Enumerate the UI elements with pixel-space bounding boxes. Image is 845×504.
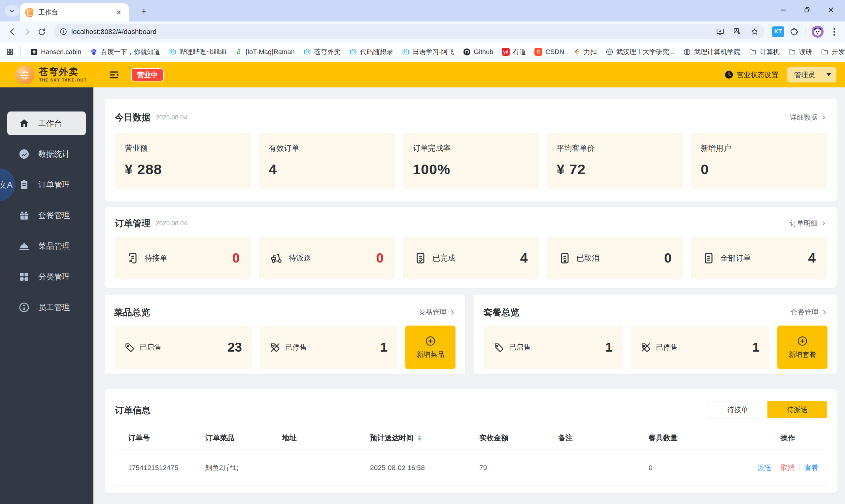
bookmark-item[interactable]: 哔哩哔哩~bilibili [166,46,229,58]
cancel-action-link[interactable]: 取消 [781,463,795,472]
apps-grid-icon[interactable] [6,48,14,56]
extension-kt-badge[interactable]: KT [772,26,784,37]
view-action-link[interactable]: 查看 [805,463,818,472]
stat-value: ¥ 288 [125,161,241,178]
col-order-no: 订单号 [114,433,191,443]
url-text[interactable]: localhost:8082/#/dashboard [71,28,710,36]
add-setmeal-button[interactable]: 新增套餐 [777,326,828,369]
bookmark-item[interactable]: 武汉理工大学研究... [603,46,677,58]
bookmarks-divider [20,47,21,57]
deliver-action-link[interactable]: 派送 [758,463,771,472]
bookmark-item[interactable]: δ [IoT-Mag]Raman [232,46,297,58]
close-window-button[interactable] [824,3,838,17]
forward-button[interactable] [20,24,34,39]
sort-carets-icon[interactable] [418,435,422,441]
profile-avatar[interactable] [811,25,824,38]
order-card-value: 0 [376,250,384,266]
tab-search-button[interactable] [5,5,19,17]
brand-name: 苍穹外卖 [39,67,87,77]
bookmark-item[interactable]: C CSDN [532,46,567,58]
dish-on-sale-card: 已启售 23 [114,326,252,369]
browser-tab[interactable]: 工作台 ✕ [20,3,129,21]
restore-button[interactable] [800,3,814,17]
doc-check-icon [414,251,427,265]
github-icon [463,48,471,56]
bookmark-label: 武汉理工大学研究... [616,48,675,56]
bookmark-star-icon[interactable] [748,25,761,38]
browser-window: 工作台 ✕ + localhost:8082/#/da [0,0,845,504]
sidebar-item-label: 工作台 [38,118,62,129]
bookmark-item[interactable]: 百度一下，你就知道 [87,46,163,58]
stat-card-new-users: 新增用户 0 [691,132,827,189]
sidebar-item-dishes[interactable]: 菜品管理 [7,234,86,258]
bookmark-item[interactable]: 苍穹外卖 [301,46,343,58]
reload-button[interactable] [34,24,49,39]
site-info-icon[interactable] [59,28,67,36]
reload-icon [37,28,46,36]
dish-manage-link[interactable]: 菜品管理 [419,308,456,317]
add-dish-button[interactable]: 新增菜品 [405,326,456,369]
sidebar-item-categories[interactable]: 分类管理 [7,265,86,289]
bookmark-item[interactable]: Github [460,46,496,58]
sidebar-fold-button[interactable] [107,68,121,82]
sidebar-item-statistics[interactable]: 数据统计 [7,142,86,166]
dish-overview-panel: 菜品总览 菜品管理 已启售 23 已停售 1 [105,294,465,374]
translate-icon[interactable] [731,25,744,38]
order-card-completed[interactable]: 已完成 4 [403,236,539,280]
col-remark: 备注 [544,433,635,443]
panel-title: 订单信息 [115,404,151,416]
tag-icon [493,342,504,353]
brand-logo-icon [15,65,34,85]
sidebar-item-orders[interactable]: 订单管理 [7,173,86,197]
minimize-icon [780,6,787,14]
sidebar-item-workbench[interactable]: 工作台 [7,111,86,135]
url-bar[interactable]: localhost:8082/#/dashboard [53,24,764,39]
user-menu-dropdown[interactable]: 管理员 [787,67,837,83]
new-tab-button[interactable]: + [138,6,150,17]
business-status-setting-button[interactable]: 营业状态设置 [724,70,778,79]
tab-title: 工作台 [38,8,110,17]
browser-menu-button[interactable] [828,28,840,36]
bookmark-item[interactable]: Hansen.cabin [28,46,84,58]
order-detail-link[interactable]: 订单明细 [790,219,827,228]
install-app-icon[interactable] [714,25,727,38]
order-management-panel: 订单管理 2025.08.04 订单明细 待接单 0 待派送 0 [105,207,837,288]
chevron-right-icon [449,309,456,316]
bilibili-tv-icon [402,48,410,56]
tab-close-icon[interactable]: ✕ [114,8,123,17]
folder-icon [749,48,757,56]
statistics-icon [18,148,30,160]
tab-pending-delivery[interactable]: 待派送 [768,401,827,418]
mini-card-label: 已停售 [656,342,677,352]
extensions-button[interactable] [787,24,802,39]
today-detail-link[interactable]: 详细数据 [790,113,827,122]
bookmark-item[interactable]: 日语学习-阿飞 [399,46,457,58]
order-card-label: 已完成 [433,253,455,263]
bookmark-item[interactable]: 力扣 [570,46,599,58]
order-card-cancelled[interactable]: 已取消 0 [547,236,683,280]
translate-float-label: 文A [0,179,13,190]
col-eta[interactable]: 预计送达时间 [356,433,465,443]
setmeal-manage-link[interactable]: 套餐管理 [791,308,828,317]
cell-actions: 派送 取消 查看 [748,463,828,472]
tab-pending-accept[interactable]: 待接单 [708,401,768,418]
minimize-button[interactable] [776,3,790,17]
bookmark-item[interactable]: 武理计算机学院 [681,46,743,58]
bookmark-label: Github [474,48,493,56]
order-card-pending-accept[interactable]: 待接单 0 [115,236,251,280]
bookmark-item[interactable]: 读研 [786,46,815,58]
sidebar-item-employees[interactable]: 员工管理 [7,295,86,319]
cell-tableware: 0 [635,464,748,472]
header-right: 营业状态设置 管理员 [724,67,845,83]
panel-date: 2025.08.04 [156,114,187,121]
bookmark-item[interactable]: yd 有道 [499,46,528,58]
order-card-all[interactable]: 全部订单 4 [691,236,827,280]
sidebar: 工作台 数据统计 订单管理 套餐管理 菜品管理 分类管理 员工管理 [0,87,93,504]
bookmark-item[interactable]: 代码随想录 [347,46,396,58]
bookmark-item[interactable]: 计算机 [746,46,782,58]
stat-card-turnover: 营业额 ¥ 288 [115,132,251,189]
back-button[interactable] [5,24,20,39]
sidebar-item-setmeal[interactable]: 套餐管理 [7,203,86,227]
order-card-pending-delivery[interactable]: 待派送 0 [259,236,395,280]
bookmark-item[interactable]: 开发 [818,46,845,58]
